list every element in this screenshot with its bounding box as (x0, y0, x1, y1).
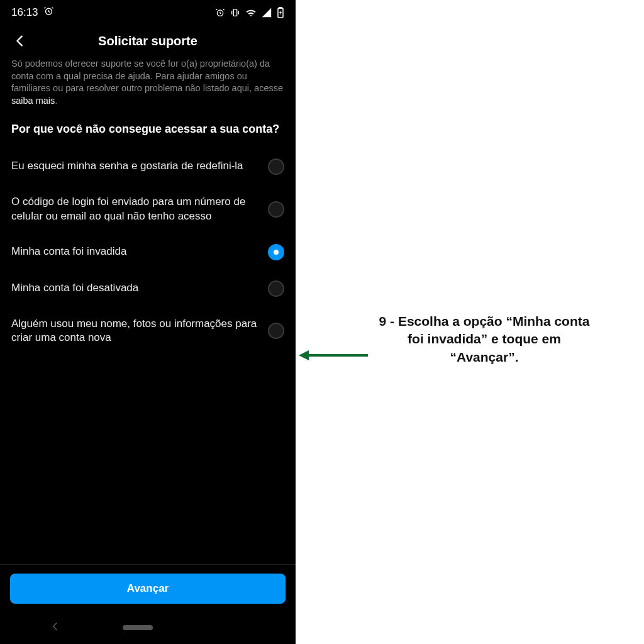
radio-icon[interactable] (268, 323, 284, 339)
option-label: Minha conta foi desativada (11, 281, 258, 296)
status-right (215, 7, 284, 18)
options-list: Eu esqueci minha senha e gostaria de red… (0, 142, 296, 362)
option-impersonation[interactable]: Alguém usou meu nome, fotos ou informaçõ… (0, 307, 296, 356)
phone-frame: 16:13 Solicitar sup (0, 0, 296, 644)
svg-marker-6 (299, 350, 309, 360)
battery-icon (277, 7, 284, 18)
next-button[interactable]: Avançar (10, 574, 286, 604)
status-bar: 16:13 (0, 0, 296, 25)
annotation-arrow-icon (299, 349, 368, 362)
page-title: Solicitar suporte (98, 34, 197, 48)
description-prefix: Só podemos oferecer suporte se você for … (11, 58, 283, 93)
option-account-disabled[interactable]: Minha conta foi desativada (0, 270, 296, 307)
annotation-text: 9 - Escolha a opção “Minha conta foi inv… (377, 313, 591, 366)
vibrate-icon (230, 8, 240, 18)
alarm-icon (215, 8, 225, 18)
radio-icon[interactable] (268, 201, 284, 218)
android-nav-bar (0, 615, 296, 644)
svg-rect-4 (279, 7, 282, 8)
option-label: Eu esqueci minha senha e gostaria de red… (11, 159, 258, 174)
radio-icon[interactable] (268, 158, 284, 175)
option-code-sent-inaccessible[interactable]: O código de login foi enviado para um nú… (0, 185, 296, 234)
option-forgot-password[interactable]: Eu esqueci minha senha e gostaria de red… (0, 148, 296, 185)
nav-home-pill[interactable] (123, 625, 153, 630)
radio-icon[interactable] (268, 280, 284, 297)
signal-icon (262, 8, 272, 18)
footer: Avançar (0, 564, 296, 615)
status-left: 16:13 (11, 6, 54, 19)
chevron-left-icon (13, 34, 27, 48)
learn-more-link[interactable]: saiba mais (11, 96, 55, 106)
header: Solicitar suporte (0, 25, 296, 55)
option-account-hacked[interactable]: Minha conta foi invadida (0, 234, 296, 270)
alarm-icon (43, 6, 54, 19)
status-time: 16:13 (11, 6, 38, 19)
description-text: Só podemos oferecer suporte se você for … (0, 55, 296, 113)
wifi-icon (245, 8, 257, 18)
svg-rect-2 (233, 9, 236, 16)
option-label: Minha conta foi invadida (11, 245, 258, 259)
nav-back-icon[interactable] (50, 621, 60, 634)
option-label: O código de login foi enviado para um nú… (11, 195, 258, 224)
description-suffix: . (55, 96, 57, 106)
back-button[interactable] (11, 32, 29, 50)
option-label: Alguém usou meu nome, fotos ou informaçõ… (11, 317, 258, 346)
question-heading: Por que você não consegue acessar a sua … (0, 113, 296, 142)
radio-icon[interactable] (268, 244, 284, 260)
